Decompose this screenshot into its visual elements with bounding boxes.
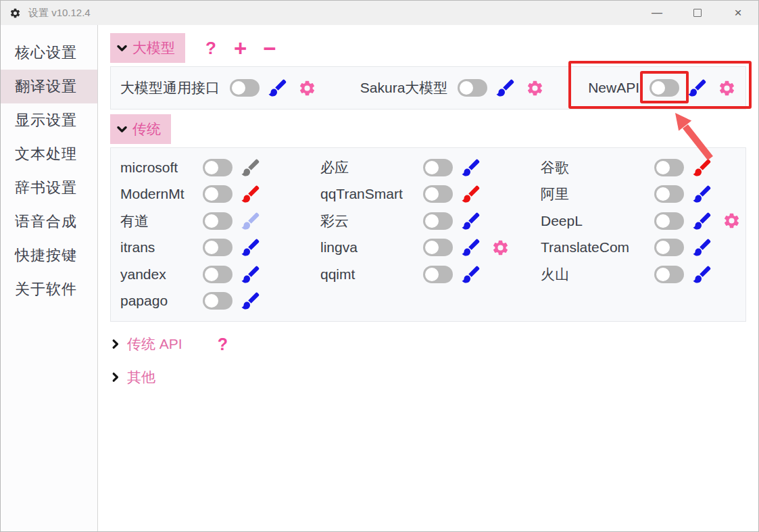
brush-icon[interactable]	[687, 78, 708, 98]
toggle-knob	[205, 161, 218, 174]
toggle-knob	[205, 241, 218, 254]
traditional-api-help-icon[interactable]: ?	[218, 335, 228, 354]
brush-icon[interactable]	[461, 184, 481, 204]
toggle-switch[interactable]	[203, 159, 232, 176]
toggle-switch[interactable]	[203, 212, 232, 230]
brush-icon[interactable]	[241, 184, 261, 204]
toggle-switch[interactable]	[203, 239, 232, 256]
titlebar: 设置 v10.12.4 — ×	[1, 1, 758, 25]
toggle-switch[interactable]	[654, 266, 684, 283]
maximize-button[interactable]	[677, 1, 718, 25]
sidebar-item-translation-settings[interactable]: 翻译设置	[1, 70, 97, 103]
brush-icon[interactable]	[241, 237, 261, 258]
traditional-section-toggle[interactable]: 传统	[110, 114, 171, 144]
brush-icon[interactable]	[268, 78, 288, 98]
toggle-knob	[460, 81, 473, 95]
service-row-lingva: lingva	[320, 235, 541, 262]
brush-icon[interactable]	[461, 158, 481, 178]
minimize-button[interactable]: —	[637, 1, 677, 25]
toggle-switch[interactable]	[654, 159, 684, 176]
brush-icon[interactable]	[461, 211, 481, 231]
toggle-switch[interactable]	[423, 159, 453, 176]
close-button[interactable]: ×	[718, 1, 758, 25]
brush-icon[interactable]	[692, 184, 712, 204]
brush-icon[interactable]	[692, 264, 712, 285]
service-label: 有道	[120, 212, 203, 231]
toggle-switch[interactable]	[423, 185, 453, 203]
llm-help-icon[interactable]: ?	[205, 39, 216, 57]
toggle-switch[interactable]	[423, 239, 453, 256]
toggle-switch[interactable]	[654, 212, 684, 230]
traditional-section-header: 传统	[110, 114, 746, 144]
toggle-switch[interactable]	[654, 239, 684, 256]
toggle-knob	[652, 81, 665, 95]
toggle-switch[interactable]	[458, 79, 487, 97]
traditional-api-section-toggle[interactable]: 传统 API ?	[110, 333, 746, 355]
brush-icon[interactable]	[241, 264, 261, 285]
sidebar-item-dictionary-settings[interactable]: 辞书设置	[1, 171, 97, 205]
service-label: qqimt	[320, 266, 423, 283]
llm-remove-icon[interactable]: −	[263, 37, 276, 59]
toggle-switch[interactable]	[203, 185, 232, 203]
other-section-toggle[interactable]: 其他	[110, 366, 746, 388]
brush-icon[interactable]	[461, 264, 481, 285]
sidebar-item-hotkeys[interactable]: 快捷按键	[1, 239, 97, 272]
toggle-knob	[425, 241, 439, 254]
service-label: itrans	[120, 239, 203, 256]
gear-icon[interactable]	[298, 79, 316, 97]
service-label: 谷歌	[541, 158, 654, 177]
service-row-microsoft: microsoft	[120, 154, 320, 181]
service-label: ModernMt	[120, 186, 203, 202]
llm-add-icon[interactable]: +	[234, 37, 247, 59]
service-label: 阿里	[541, 185, 654, 203]
brush-icon[interactable]	[495, 78, 516, 98]
sidebar-item-core-settings[interactable]: 核心设置	[1, 36, 97, 70]
traditional-column-1: microsoft ModernMt 有道	[120, 154, 320, 314]
sidebar-item-tts[interactable]: 语音合成	[1, 205, 97, 239]
sidebar-item-about[interactable]: 关于软件	[1, 272, 97, 306]
llm-section-toggle[interactable]: 大模型	[110, 33, 185, 63]
service-row-bing: 必应	[320, 154, 541, 181]
brush-icon[interactable]	[692, 158, 712, 178]
toggle-knob	[205, 187, 218, 201]
service-row-translatecom: TranslateCom	[541, 235, 745, 262]
maximize-icon	[693, 9, 702, 17]
toggle-knob	[656, 241, 670, 254]
toggle-knob	[425, 214, 439, 228]
gear-icon[interactable]	[491, 239, 510, 257]
toggle-knob	[656, 214, 670, 228]
toggle-switch[interactable]	[203, 292, 232, 310]
brush-icon[interactable]	[461, 237, 481, 258]
brush-icon[interactable]	[692, 211, 712, 231]
newapi-toggle-switch[interactable]	[650, 79, 679, 97]
window-controls: — ×	[637, 1, 758, 25]
gear-icon[interactable]	[718, 79, 736, 97]
translation-settings-page: 大模型 ? + − 大模型通用接口 Sakura大模型	[98, 25, 758, 532]
llm-section-header: 大模型 ? + −	[110, 33, 746, 63]
brush-icon[interactable]	[241, 158, 261, 178]
service-label: NewAPI	[588, 80, 639, 96]
service-label: qqTranSmart	[320, 186, 423, 202]
toggle-switch[interactable]	[654, 185, 684, 203]
chevron-right-icon	[110, 372, 121, 383]
toggle-knob	[656, 161, 670, 174]
service-label: TranslateCom	[541, 239, 654, 256]
brush-icon[interactable]	[241, 211, 261, 231]
service-row-sakura: Sakura大模型	[360, 78, 545, 98]
sidebar-item-display-settings[interactable]: 显示设置	[1, 103, 97, 137]
toggle-switch[interactable]	[423, 212, 453, 230]
toggle-switch[interactable]	[423, 266, 453, 283]
toggle-knob	[232, 81, 245, 95]
service-label: DeepL	[541, 213, 654, 229]
sidebar-item-text-processing[interactable]: 文本处理	[1, 137, 97, 171]
toggle-knob	[425, 161, 439, 174]
gear-icon[interactable]	[526, 79, 544, 97]
toggle-switch[interactable]	[203, 266, 232, 283]
brush-icon[interactable]	[692, 237, 712, 258]
gear-icon[interactable]	[723, 212, 741, 230]
brush-icon[interactable]	[241, 291, 261, 311]
service-label: 火山	[541, 265, 654, 284]
traditional-column-3: 谷歌 阿里 DeepL	[541, 154, 745, 314]
chevron-down-icon	[116, 124, 128, 135]
toggle-switch[interactable]	[230, 79, 260, 97]
